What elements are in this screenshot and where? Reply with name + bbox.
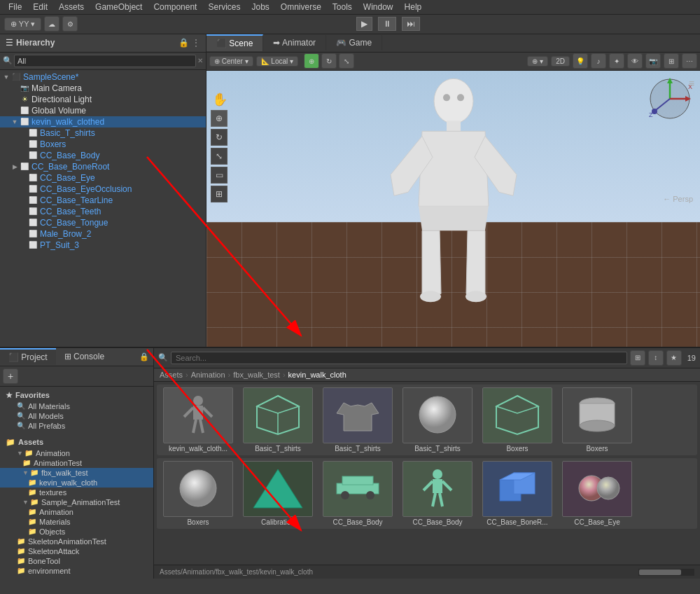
project-item-skeletonanimationtest[interactable]: 📁 SkeletonAnimationTest xyxy=(0,537,153,546)
project-item-allmodels[interactable]: 🔍 All Models xyxy=(0,411,153,421)
menu-component[interactable]: Component xyxy=(148,1,202,13)
rect-tool[interactable]: ▭ xyxy=(211,167,227,184)
settings-icon[interactable]: ⚙ xyxy=(62,16,78,32)
tree-item-globalvolume[interactable]: ⬜ Global Volume xyxy=(0,105,206,116)
audio-toggle[interactable]: ♪ xyxy=(591,53,606,69)
local-dropdown[interactable]: 📐 Local ▾ xyxy=(256,56,298,67)
tree-item-ccbaseeye[interactable]: ⬜ CC_Base_Eye xyxy=(0,172,206,184)
asset-item-boxers-cylinder[interactable]: Boxers xyxy=(559,387,636,453)
transform-tool[interactable]: ⊞ xyxy=(211,186,227,202)
gizmo-dropdown[interactable]: ⊕ ▾ xyxy=(527,56,548,67)
play-button[interactable]: ▶ xyxy=(356,17,372,31)
asset-item-ccbasebody-fbx[interactable]: CC_Base_Body xyxy=(399,461,476,526)
rotate-tool[interactable]: ↻ xyxy=(211,129,227,146)
hidden-toggle[interactable]: 👁 xyxy=(627,53,643,69)
hand-tool[interactable]: ✋ xyxy=(212,92,227,107)
fx-toggle[interactable]: ✦ xyxy=(609,53,624,69)
step-button[interactable]: ⏭ xyxy=(402,17,420,31)
tree-item-ptsuit3[interactable]: ⬜ PT_Suit_3 xyxy=(0,240,206,251)
hierarchy-lock-icon[interactable]: 🔒 xyxy=(178,38,189,48)
project-item-animation[interactable]: ▼ 📁 Animation xyxy=(0,448,153,458)
menu-omniverse[interactable]: Omniverse xyxy=(275,1,327,13)
project-item-materials[interactable]: 📁 Materials xyxy=(0,517,153,527)
tree-item-malebrow2[interactable]: ⬜ Male_Brow_2 xyxy=(0,228,206,240)
tree-item-ccbaseteeth[interactable]: ⬜ CC_Base_Teeth xyxy=(0,206,206,217)
pause-button[interactable]: ⏸ xyxy=(378,17,396,31)
grid-toggle[interactable]: ⊞ xyxy=(664,53,679,69)
project-item-allprefabs[interactable]: 🔍 All Prefabs xyxy=(0,421,153,431)
breadcrumb-assets[interactable]: Assets xyxy=(160,371,183,379)
tab-animator[interactable]: ➡ Animator xyxy=(263,35,326,50)
tree-item-ccbasebody[interactable]: ⬜ CC_Base_Body xyxy=(0,150,206,161)
asset-item-basictshirts-material[interactable]: Basic_T_shirts xyxy=(319,387,396,453)
menu-tools[interactable]: Tools xyxy=(327,1,358,13)
tree-item-ccbasetearline[interactable]: ⬜ CC_Base_TearLine xyxy=(0,195,206,206)
tree-item-directionallight[interactable]: ☀ Directional Light xyxy=(0,94,206,105)
asset-item-boxers-sphere[interactable]: Boxers xyxy=(160,461,237,526)
scale-tool[interactable]: ⤡ xyxy=(211,148,227,165)
project-item-animationtest[interactable]: 📁 AnimationTest xyxy=(0,458,153,468)
menu-services[interactable]: Services xyxy=(202,1,246,13)
menu-gameobject[interactable]: GameObject xyxy=(90,1,148,13)
yy-dropdown[interactable]: ⊕ YY ▾ xyxy=(4,18,41,31)
tree-item-samplescene[interactable]: ▼ ⬛ SampleScene* xyxy=(0,71,206,83)
menu-edit[interactable]: Edit xyxy=(27,1,53,13)
project-item-fbxwalktest[interactable]: ▼ 📁 fbx_walk_test xyxy=(0,468,153,478)
translate-tool[interactable]: ⊕ xyxy=(211,110,227,127)
project-item-objects[interactable]: 📁 Objects xyxy=(0,527,153,537)
asset-search-input[interactable] xyxy=(171,352,627,364)
tree-item-ccbaseeyeocclusion[interactable]: ⬜ CC_Base_EyeOcclusion xyxy=(0,184,206,195)
project-item-environment[interactable]: 📁 environment xyxy=(0,566,153,576)
tree-item-basictshirts[interactable]: ⬜ Basic_T_shirts xyxy=(0,127,206,139)
tree-item-ccbasetongue[interactable]: ⬜ CC_Base_Tongue xyxy=(0,217,206,228)
project-item-textures[interactable]: 📁 textures xyxy=(0,488,153,497)
asset-item-ccbasebody-mesh[interactable]: CC_Base_Body xyxy=(319,461,396,526)
asset-item-ccbaseeye[interactable]: CC_Base_Eye xyxy=(559,461,636,526)
breadcrumb-animation[interactable]: Animation xyxy=(191,371,225,379)
project-item-skeletonattack[interactable]: 📁 SkeletonAttack xyxy=(0,546,153,556)
star-icon[interactable]: ★ xyxy=(666,350,682,366)
project-item-bonetool[interactable]: 📁 BoneTool xyxy=(0,556,153,566)
asset-item-ccbaseboneroot[interactable]: CC_Base_BoneR... xyxy=(479,461,556,526)
tab-scene[interactable]: ⬛ Scene xyxy=(206,34,263,51)
tab-console[interactable]: ⊞ Console xyxy=(56,349,113,364)
move-icon[interactable]: ⊕ xyxy=(304,53,319,69)
scale-icon[interactable]: ⤡ xyxy=(339,53,354,69)
asset-item-basictshirts-mesh[interactable]: Basic_T_shirts xyxy=(239,387,316,453)
project-item-allmaterials[interactable]: 🔍 All Materials xyxy=(0,401,153,411)
lock-icon[interactable]: 🔒 xyxy=(139,352,149,361)
menu-help[interactable]: Help xyxy=(399,1,428,13)
tree-item-kevinwalkclothed[interactable]: ▼ ⬜ kevin_walk_clothed xyxy=(0,116,206,127)
project-item-sampleanimationtest[interactable]: ▼ 📁 Sample_AnimationTest xyxy=(0,497,153,507)
project-item-kevinwalkcloth[interactable]: 📁 kevin_walk_cloth xyxy=(0,478,153,488)
cloud-icon[interactable]: ☁ xyxy=(44,16,59,32)
project-item-animation2[interactable]: 📁 Animation xyxy=(0,507,153,517)
asset-item-basictshirts-sphere[interactable]: Basic_T_shirts xyxy=(399,387,476,453)
2d-button[interactable]: 2D xyxy=(551,56,570,67)
menu-file[interactable]: File xyxy=(3,1,27,13)
search-clear-icon[interactable]: ✕ xyxy=(197,57,203,64)
hierarchy-menu-icon[interactable]: ⋮ xyxy=(192,38,200,48)
breadcrumb-fbxwalktest[interactable]: fbx_walk_test xyxy=(233,371,280,379)
tree-item-boxers[interactable]: ⬜ Boxers xyxy=(0,139,206,150)
rotate-icon[interactable]: ↻ xyxy=(321,53,337,69)
add-folder-icon[interactable]: + xyxy=(3,368,18,384)
scene-viewport[interactable]: ← Persp X Y xyxy=(206,71,700,347)
asset-item-calibration[interactable]: Calibration xyxy=(239,461,316,526)
light-toggle[interactable]: 💡 xyxy=(573,53,588,69)
asset-item-kevinwalkcloth[interactable]: kevin_walk_cloth... xyxy=(160,387,237,453)
menu-window[interactable]: Window xyxy=(358,1,399,13)
tab-project[interactable]: ⬛ Project xyxy=(0,348,56,365)
center-dropdown[interactable]: ⊕ Center ▾ xyxy=(209,56,253,67)
sort-icon[interactable]: ↕ xyxy=(648,350,664,366)
filter-icon[interactable]: ⊞ xyxy=(630,350,645,366)
tab-game[interactable]: 🎮 Game xyxy=(326,35,382,50)
camera-toggle[interactable]: 📷 xyxy=(645,53,661,69)
menu-assets[interactable]: Assets xyxy=(53,1,90,13)
asset-item-boxers-mesh[interactable]: Boxers xyxy=(479,387,556,453)
more-icon[interactable]: ⋯ xyxy=(682,53,697,69)
hierarchy-search-input[interactable] xyxy=(14,55,196,67)
scene-menu-icon[interactable]: ≡ xyxy=(689,78,694,89)
tree-item-ccbaseboneroot[interactable]: ▶ ⬜ CC_Base_BoneRoot xyxy=(0,161,206,172)
tree-item-maincamera[interactable]: 📷 Main Camera xyxy=(0,83,206,94)
